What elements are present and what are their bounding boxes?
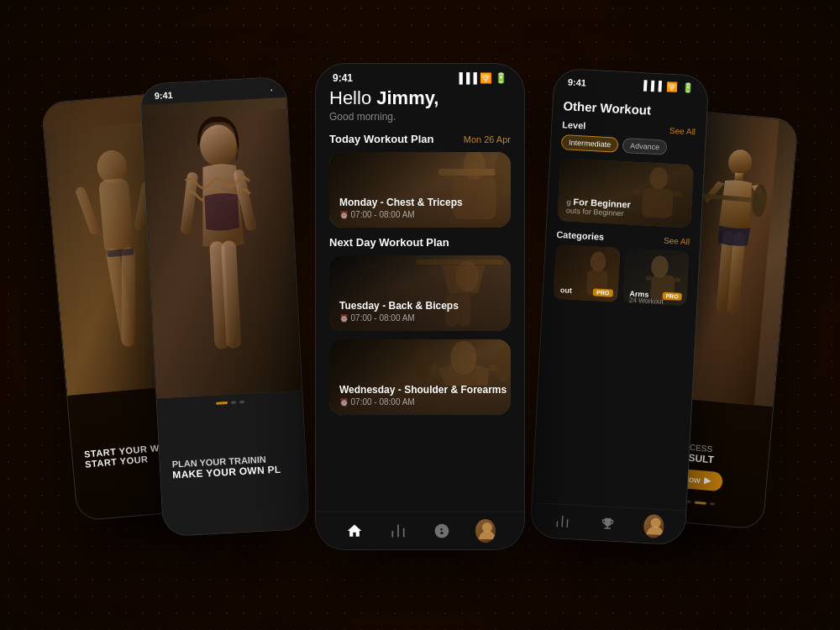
level-pills: Intermediate Advance bbox=[561, 134, 696, 156]
today-date: Mon 26 Apr bbox=[464, 134, 511, 144]
pro-badge-2: PRO bbox=[662, 292, 682, 301]
right-nav-trophy[interactable] bbox=[597, 513, 618, 534]
nav-trophy[interactable] bbox=[432, 521, 452, 541]
cat-sublabel-2: 24 Workout bbox=[629, 297, 664, 306]
cat-label-1: out bbox=[560, 286, 573, 295]
center-content: Hello Jimmy, Good morning. Today Workout… bbox=[316, 87, 524, 508]
pro-badge-1: PRO bbox=[593, 288, 613, 297]
right-nav-profile[interactable] bbox=[643, 516, 664, 537]
card-title-monday: Monday - Chest & Triceps bbox=[339, 197, 463, 208]
see-all-2[interactable]: See All bbox=[664, 235, 690, 246]
dot-2 bbox=[694, 501, 706, 505]
workout-card-wednesday[interactable]: Wednesday - Shoulder & Forearms 07:00 - … bbox=[329, 339, 511, 415]
categories-label: Categories bbox=[556, 229, 604, 242]
card-title-wednesday: Wednesday - Shoulder & Forearms bbox=[339, 384, 507, 396]
arrow-icon: ▶ bbox=[703, 475, 711, 486]
dot-2 bbox=[230, 401, 235, 403]
see-all-1[interactable]: See All bbox=[669, 125, 696, 136]
category-grid: out PRO bbox=[553, 244, 689, 306]
right-title: Other Workout bbox=[563, 98, 697, 119]
next-section-header: Next Day Workout Plan bbox=[329, 236, 511, 249]
athlete-image-left bbox=[141, 97, 302, 398]
phones-container: 9:41 bbox=[42, 29, 798, 601]
greeting-section: Hello Jimmy, Good morning. bbox=[329, 87, 511, 123]
bottom-text-left: PLAN YOUR TRAININ MAKE YOUR OWN PL bbox=[160, 452, 306, 481]
greeting-sub: Good morning. bbox=[329, 111, 511, 123]
status-bar-center: 9:41 ▐▐▐ 🛜 🔋 bbox=[316, 64, 524, 87]
status-icons-left: · bbox=[270, 85, 272, 94]
today-section-title: Today Workout Plan bbox=[329, 133, 433, 145]
card-time-monday: 07:00 - 08:00 AM bbox=[339, 210, 463, 219]
greeting-name: Jimmy, bbox=[376, 87, 438, 108]
card-title-tuesday: Tuesday - Back & Biceps bbox=[339, 300, 459, 312]
right-nav-stats[interactable] bbox=[552, 511, 573, 532]
right-phone-content: Other Workout Level See All Intermediate… bbox=[533, 90, 707, 511]
card-info-monday: Monday - Chest & Triceps 07:00 - 08:00 A… bbox=[339, 197, 463, 219]
bottom-nav-center bbox=[316, 512, 524, 549]
bottom-nav-right bbox=[531, 502, 686, 545]
level-row: Level See All bbox=[562, 119, 696, 136]
beginner-card[interactable]: g For Beginner outs for Beginner bbox=[557, 158, 694, 228]
dot-1 bbox=[215, 402, 227, 405]
svg-rect-4 bbox=[122, 247, 135, 346]
dot-3 bbox=[709, 502, 714, 506]
today-section-header: Today Workout Plan Mon 26 Apr bbox=[329, 133, 511, 145]
right-nav-avatar bbox=[643, 514, 664, 538]
time-left: 9:41 bbox=[154, 90, 173, 101]
phone-right-bg: 9:41 ▐▐▐ 🛜 🔋 Other Workout Level See All… bbox=[531, 69, 709, 545]
time-center: 9:41 bbox=[333, 72, 353, 84]
card-info-tuesday: Tuesday - Back & Biceps 07:00 - 08:00 AM bbox=[339, 300, 459, 323]
card-time-wednesday: 07:00 - 08:00 AM bbox=[339, 397, 507, 407]
categories-row: Categories See All bbox=[556, 229, 690, 246]
next-section-title: Next Day Workout Plan bbox=[329, 236, 449, 249]
card-info-wednesday: Wednesday - Shoulder & Forearms 07:00 - … bbox=[339, 384, 507, 407]
cat-card-2[interactable]: Arms 24 Workout PRO bbox=[622, 248, 690, 306]
time-right: 9:41 bbox=[568, 76, 587, 87]
nav-home[interactable] bbox=[344, 521, 365, 541]
dot-3 bbox=[239, 401, 244, 403]
pill-intermediate[interactable]: Intermediate bbox=[561, 134, 619, 153]
phone-right: 9:41 ▐▐▐ 🛜 🔋 Other Workout Level See All… bbox=[529, 68, 709, 546]
nav-profile[interactable] bbox=[475, 521, 496, 541]
cat-card-1[interactable]: out PRO bbox=[553, 244, 620, 302]
phone-left: 9:41 · bbox=[139, 76, 310, 537]
card-time-tuesday: 07:00 - 08:00 AM bbox=[339, 313, 459, 323]
pill-advance[interactable]: Advance bbox=[622, 138, 668, 155]
greeting-hello: Hello bbox=[329, 87, 376, 108]
nav-avatar bbox=[475, 519, 496, 543]
level-label: Level bbox=[562, 119, 586, 130]
greeting-text: Hello Jimmy, bbox=[329, 87, 511, 109]
nav-stats[interactable] bbox=[388, 521, 408, 541]
beginner-info: g For Beginner outs for Beginner bbox=[566, 197, 631, 218]
workout-card-tuesday[interactable]: Tuesday - Back & Biceps 07:00 - 08:00 AM bbox=[329, 255, 511, 331]
phone-center: 9:41 ▐▐▐ 🛜 🔋 Hello Jimmy, Good morning. … bbox=[315, 63, 525, 550]
workout-card-monday[interactable]: Monday - Chest & Triceps 07:00 - 08:00 A… bbox=[329, 152, 511, 228]
status-icons-center: ▐▐▐ 🛜 🔋 bbox=[455, 72, 507, 84]
status-icons-right: ▐▐▐ 🛜 🔋 bbox=[640, 80, 695, 93]
